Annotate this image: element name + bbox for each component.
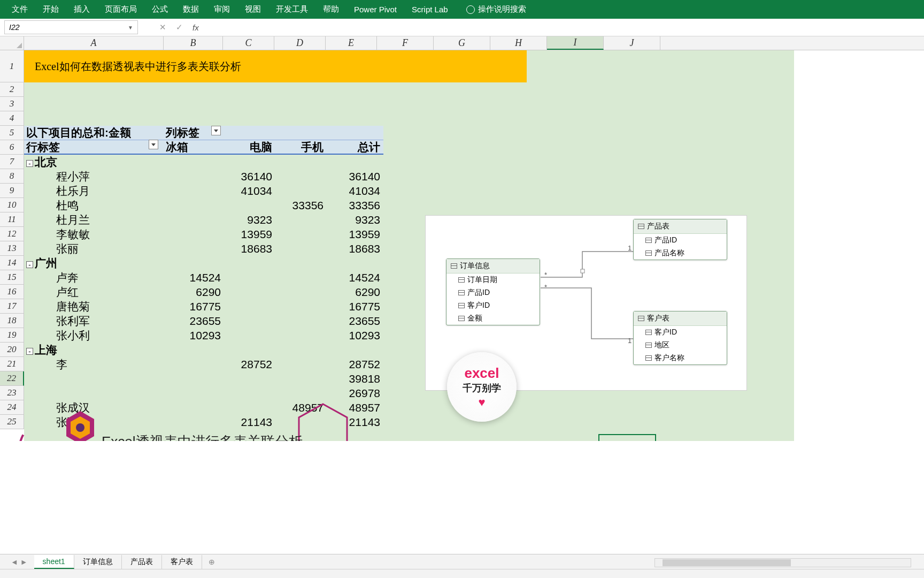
col-header-A[interactable]: A [24, 36, 164, 50]
row-header-1[interactable]: 1 [0, 50, 24, 82]
sheet-tab-客户表[interactable]: 客户表 [162, 555, 202, 569]
col-header-D[interactable]: D [274, 36, 326, 50]
row-header-5[interactable]: 5 [0, 126, 24, 140]
row-header-14[interactable]: 14 [0, 256, 24, 270]
erd-field[interactable]: 地区 [634, 339, 727, 352]
ribbon-tab-审阅[interactable]: 审阅 [206, 0, 237, 19]
erd-field[interactable]: 金额 [446, 312, 540, 325]
ribbon-tab-帮助[interactable]: 帮助 [315, 0, 346, 19]
row-header-17[interactable]: 17 [0, 299, 24, 314]
field-icon [645, 250, 652, 256]
svg-text:1: 1 [628, 244, 632, 252]
confirm-icon[interactable]: ✓ [176, 22, 183, 32]
row-header-9[interactable]: 9 [0, 184, 24, 198]
row-header-15[interactable]: 15 [0, 270, 24, 285]
row-header-24[interactable]: 24 [0, 400, 24, 415]
field-icon [458, 290, 465, 295]
horizontal-scrollbar[interactable] [654, 558, 911, 567]
name-box-dropdown-icon[interactable]: ▼ [128, 25, 133, 31]
row-header-16[interactable]: 16 [0, 285, 24, 299]
col-header-I[interactable]: I [547, 36, 604, 50]
status-bar [0, 569, 924, 578]
row-header-12[interactable]: 12 [0, 227, 24, 241]
col-header-J[interactable]: J [604, 36, 660, 50]
row-header-25[interactable]: 25 [0, 415, 24, 429]
ribbon-tab-Script Lab[interactable]: Script Lab [404, 0, 456, 19]
row-header-23[interactable]: 23 [0, 386, 24, 400]
ribbon-tab-视图[interactable]: 视图 [237, 0, 268, 19]
ribbon-tab-插入[interactable]: 插入 [66, 0, 97, 19]
formula-controls: ✕ ✓ fx [159, 22, 199, 32]
row-header-20[interactable]: 20 [0, 343, 24, 357]
row-header-11[interactable]: 11 [0, 212, 24, 227]
ribbon-tab-公式[interactable]: 公式 [144, 0, 175, 19]
sheet-tab-订单信息[interactable]: 订单信息 [74, 555, 122, 569]
col-header-F[interactable]: F [377, 36, 434, 50]
fx-icon[interactable]: fx [192, 23, 199, 32]
ribbon-tabs: 文件开始插入页面布局公式数据审阅视图开发工具帮助Power PivotScrip… [0, 0, 924, 19]
svg-text:1: 1 [628, 337, 632, 345]
svg-text:*: * [544, 283, 547, 291]
erd-table-customer[interactable]: 客户表 客户ID地区客户名称 [633, 311, 727, 365]
erd-field[interactable]: 客户名称 [634, 352, 727, 364]
ribbon-tab-数据[interactable]: 数据 [175, 0, 206, 19]
ribbon-tab-Power Pivot[interactable]: Power Pivot [346, 0, 404, 19]
erd-table-product[interactable]: 产品表 产品ID产品名称 [633, 219, 727, 260]
ribbon-tab-开发工具[interactable]: 开发工具 [268, 0, 315, 19]
collapse-icon[interactable]: - [26, 261, 33, 268]
pivot-table[interactable]: 以下项目的总和:金额列标签行标签 冰箱电脑手机总计-北京程小萍361403614… [24, 126, 383, 429]
col-header-C[interactable]: C [223, 36, 274, 50]
select-all-corner[interactable] [0, 36, 24, 50]
table-icon [638, 316, 644, 321]
field-icon [645, 355, 652, 361]
erd-field[interactable]: 客户ID [634, 326, 727, 339]
col-header-B[interactable]: B [164, 36, 223, 50]
row-header-18[interactable]: 18 [0, 314, 24, 328]
ribbon-tab-页面布局[interactable]: 页面布局 [97, 0, 144, 19]
badge-line1: excel [464, 365, 499, 382]
svg-rect-0 [581, 269, 584, 273]
name-box-value: I22 [9, 23, 19, 32]
ribbon-tab-文件[interactable]: 文件 [4, 0, 35, 19]
collapse-icon[interactable]: - [26, 160, 33, 167]
row-header-10[interactable]: 10 [0, 198, 24, 212]
name-box[interactable]: I22 ▼ [4, 20, 138, 34]
erd-field[interactable]: 产品ID [634, 234, 727, 247]
row-header-4[interactable]: 4 [0, 111, 24, 126]
erd-product-title: 产品表 [647, 222, 669, 231]
tell-me-search[interactable]: 操作说明搜索 [478, 4, 526, 14]
row-header-19[interactable]: 19 [0, 328, 24, 343]
worksheet-area[interactable]: 1Excel如何在数据透视表中进行多表关联分析23456789101112131… [0, 50, 924, 441]
add-sheet-button[interactable]: ⊕ [202, 556, 221, 568]
erd-field[interactable]: 客户ID [446, 299, 540, 312]
sheet-tab-产品表[interactable]: 产品表 [122, 555, 162, 569]
row-header-7[interactable]: 7 [0, 155, 24, 169]
lightbulb-icon [466, 5, 475, 14]
cancel-icon[interactable]: ✕ [159, 22, 166, 32]
col-header-H[interactable]: H [490, 36, 547, 50]
tab-nav-arrows[interactable]: ◄ ► [4, 558, 34, 566]
ribbon-tab-开始[interactable]: 开始 [35, 0, 66, 19]
erd-field[interactable]: 产品名称 [634, 247, 727, 260]
field-icon [458, 277, 465, 283]
sheet-tab-sheet1[interactable]: sheet1 [34, 555, 74, 569]
erd-order-title: 订单信息 [460, 261, 490, 271]
collapse-icon[interactable]: - [26, 348, 33, 355]
row-filter-dropdown[interactable] [149, 140, 158, 149]
row-header-21[interactable]: 21 [0, 357, 24, 371]
row-header-6[interactable]: 6 [0, 140, 24, 155]
col-header-E[interactable]: E [326, 36, 377, 50]
row-header-2[interactable]: 2 [0, 82, 24, 97]
row-header-3[interactable]: 3 [0, 97, 24, 111]
row-header-22[interactable]: 22 [0, 371, 24, 386]
erd-table-order[interactable]: 订单信息 订单日期产品ID客户ID金额 [446, 258, 540, 325]
overlay-hex-logo [64, 410, 96, 441]
col-filter-dropdown[interactable] [211, 126, 221, 135]
erd-field[interactable]: 产品ID [446, 286, 540, 299]
row-header-13[interactable]: 13 [0, 241, 24, 256]
col-header-G[interactable]: G [434, 36, 490, 50]
title-cell[interactable]: Excel如何在数据透视表中进行多表关联分析 [24, 50, 527, 82]
erd-field[interactable]: 订单日期 [446, 273, 540, 286]
row-header-8[interactable]: 8 [0, 169, 24, 184]
table-icon [451, 263, 457, 269]
